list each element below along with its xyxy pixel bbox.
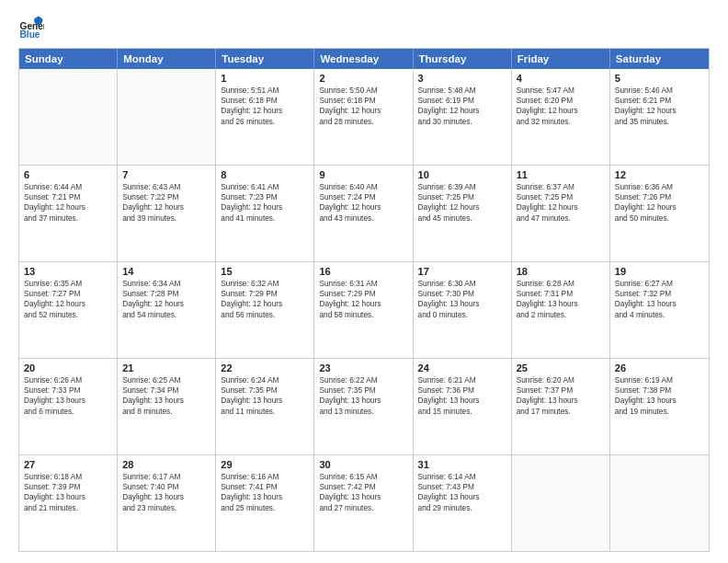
calendar-cell-2-3: 16Sunrise: 6:31 AMSunset: 7:29 PMDayligh… <box>314 262 413 358</box>
cell-line: Sunset: 7:29 PM <box>221 289 309 299</box>
day-number: 11 <box>517 169 605 180</box>
calendar-cell-0-0 <box>19 69 118 165</box>
cell-line: and 47 minutes. <box>517 213 605 224</box>
day-number: 1 <box>221 73 309 84</box>
cell-line: Sunrise: 6:30 AM <box>418 279 506 289</box>
cell-line: Daylight: 13 hours <box>615 396 704 406</box>
cell-line: and 39 minutes. <box>122 213 210 224</box>
day-number: 19 <box>615 266 704 277</box>
cell-line: Sunrise: 6:40 AM <box>319 182 407 192</box>
day-number: 4 <box>517 73 605 84</box>
cell-line: Sunset: 7:26 PM <box>615 192 704 202</box>
cell-line: Sunset: 7:43 PM <box>418 482 506 492</box>
cell-line: Daylight: 13 hours <box>319 492 407 502</box>
cell-line: Daylight: 12 hours <box>24 299 112 309</box>
cell-line: Daylight: 13 hours <box>221 492 309 502</box>
cell-line: Sunset: 7:41 PM <box>221 482 309 492</box>
day-number: 18 <box>517 266 605 277</box>
calendar-cell-2-0: 13Sunrise: 6:35 AMSunset: 7:27 PMDayligh… <box>19 262 118 358</box>
day-number: 20 <box>24 362 112 373</box>
cell-line: Sunrise: 6:22 AM <box>319 375 407 385</box>
day-number: 16 <box>319 266 407 277</box>
day-number: 30 <box>319 459 407 470</box>
cell-line: Sunset: 7:30 PM <box>418 289 506 299</box>
calendar-row-3: 20Sunrise: 6:26 AMSunset: 7:33 PMDayligh… <box>19 359 709 455</box>
calendar-body: 1Sunrise: 5:51 AMSunset: 6:18 PMDaylight… <box>19 69 709 551</box>
cell-line: and 35 minutes. <box>615 117 704 127</box>
header: General Blue <box>18 15 710 40</box>
cell-line: Daylight: 12 hours <box>221 106 309 116</box>
cell-line: Daylight: 12 hours <box>221 202 309 213</box>
cell-line: Sunset: 6:20 PM <box>517 96 605 106</box>
cell-line: Daylight: 13 hours <box>517 396 605 406</box>
cell-line: Sunset: 6:18 PM <box>319 96 407 106</box>
cell-line: and 8 minutes. <box>122 407 210 417</box>
cell-line: Daylight: 13 hours <box>24 396 112 406</box>
day-number: 5 <box>615 73 704 84</box>
cell-line: Sunrise: 6:44 AM <box>24 182 112 192</box>
day-number: 14 <box>122 266 210 277</box>
cell-line: Daylight: 13 hours <box>615 299 704 309</box>
calendar-cell-0-2: 1Sunrise: 5:51 AMSunset: 6:18 PMDaylight… <box>216 69 314 165</box>
cell-line: Sunrise: 6:24 AM <box>221 375 309 385</box>
cell-line: Daylight: 12 hours <box>319 299 407 309</box>
calendar-cell-1-1: 7Sunrise: 6:43 AMSunset: 7:22 PMDaylight… <box>118 166 216 261</box>
calendar-cell-1-5: 11Sunrise: 6:37 AMSunset: 7:25 PMDayligh… <box>512 166 610 261</box>
cell-line: Sunrise: 6:35 AM <box>24 279 112 289</box>
cell-line: Sunset: 7:36 PM <box>418 385 506 396</box>
cell-line: Sunset: 7:25 PM <box>418 192 506 202</box>
cell-line: and 50 minutes. <box>615 213 704 224</box>
day-number: 12 <box>615 169 704 180</box>
day-number: 21 <box>122 362 210 373</box>
cell-line: Daylight: 12 hours <box>517 106 605 116</box>
calendar-cell-0-3: 2Sunrise: 5:50 AMSunset: 6:18 PMDaylight… <box>314 69 413 165</box>
cell-line: Sunset: 7:28 PM <box>122 289 210 299</box>
cell-line: Sunrise: 6:32 AM <box>221 279 309 289</box>
cell-line: Sunrise: 5:47 AM <box>517 86 605 96</box>
day-number: 24 <box>418 362 506 373</box>
day-number: 9 <box>319 169 407 180</box>
cell-line: Sunset: 7:29 PM <box>319 289 407 299</box>
cell-line: Sunrise: 6:41 AM <box>221 182 309 192</box>
cell-line: and 21 minutes. <box>24 503 112 513</box>
cell-line: and 43 minutes. <box>319 213 407 224</box>
logo: General Blue <box>18 15 48 40</box>
cell-line: Sunrise: 5:50 AM <box>319 86 407 96</box>
calendar-cell-1-4: 10Sunrise: 6:39 AMSunset: 7:25 PMDayligh… <box>414 166 512 261</box>
cell-line: and 19 minutes. <box>615 407 704 417</box>
cell-line: Sunrise: 6:18 AM <box>24 472 112 482</box>
cell-line: Sunset: 7:40 PM <box>122 482 210 492</box>
cell-line: Sunrise: 6:28 AM <box>517 279 605 289</box>
cell-line: Sunset: 7:34 PM <box>122 385 210 396</box>
calendar-cell-1-3: 9Sunrise: 6:40 AMSunset: 7:24 PMDaylight… <box>314 166 413 261</box>
cell-line: and 54 minutes. <box>122 310 210 320</box>
calendar-cell-1-6: 12Sunrise: 6:36 AMSunset: 7:26 PMDayligh… <box>610 166 709 261</box>
cell-line: Daylight: 12 hours <box>615 106 704 116</box>
cell-line: and 15 minutes. <box>418 407 506 417</box>
day-number: 17 <box>418 266 506 277</box>
cell-line: Daylight: 13 hours <box>24 492 112 502</box>
cell-line: Sunset: 6:19 PM <box>418 96 506 106</box>
calendar-row-0: 1Sunrise: 5:51 AMSunset: 6:18 PMDaylight… <box>19 69 709 166</box>
cell-line: Daylight: 13 hours <box>418 299 506 309</box>
cell-line: and 41 minutes. <box>221 213 309 224</box>
cell-line: Sunrise: 6:19 AM <box>615 375 704 385</box>
cell-line: and 27 minutes. <box>319 503 407 513</box>
cell-line: Sunset: 7:21 PM <box>24 192 112 202</box>
calendar-cell-3-4: 24Sunrise: 6:21 AMSunset: 7:36 PMDayligh… <box>414 359 512 454</box>
cell-line: and 2 minutes. <box>517 310 605 320</box>
cell-line: Sunset: 7:33 PM <box>24 385 112 396</box>
day-number: 7 <box>122 169 210 180</box>
calendar-row-1: 6Sunrise: 6:44 AMSunset: 7:21 PMDaylight… <box>19 166 709 262</box>
calendar-cell-2-4: 17Sunrise: 6:30 AMSunset: 7:30 PMDayligh… <box>414 262 512 358</box>
cell-line: and 29 minutes. <box>418 503 506 513</box>
calendar-row-2: 13Sunrise: 6:35 AMSunset: 7:27 PMDayligh… <box>19 262 709 359</box>
cell-line: Sunrise: 5:46 AM <box>615 86 704 96</box>
cell-line: Daylight: 12 hours <box>122 299 210 309</box>
cell-line: Sunrise: 6:27 AM <box>615 279 704 289</box>
calendar-cell-2-5: 18Sunrise: 6:28 AMSunset: 7:31 PMDayligh… <box>512 262 610 358</box>
header-day-tuesday: Tuesday <box>216 49 314 69</box>
calendar-cell-4-6 <box>610 455 709 551</box>
cell-line: Sunrise: 6:31 AM <box>319 279 407 289</box>
cell-line: Sunset: 7:23 PM <box>221 192 309 202</box>
